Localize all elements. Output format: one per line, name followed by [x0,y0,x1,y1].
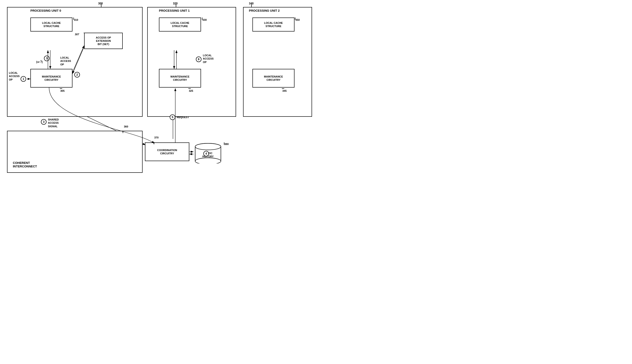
ref-345: 345 [282,89,286,92]
local-cache-0: LOCAL CACHESTRUCTURE [30,18,73,32]
shared-access-label: SHAREDACCESSSIGNAL [48,118,59,128]
maintenance-0: MAINTENANCECIRCUITRY [30,69,73,88]
ref-305: 305 [60,89,65,92]
local-cache-1: LOCAL CACHESTRUCTURE [159,18,201,32]
local-access-op-0: LOCALACCESSOP [9,71,20,81]
ref-325: 325 [189,89,193,92]
pu0-box [7,7,143,117]
ref-380: 380 [224,142,229,146]
maintenance-1: MAINTENANCECIRCUITRY [159,69,201,88]
local-cache-2: LOCAL CACHESTRUCTURE [252,18,294,32]
pu0-label: PROCESSING UNIT 0 [30,9,61,12]
ref-360: 360 [124,125,128,128]
coherent-label: COHERENTINTERCONNECT [13,161,37,168]
step-2-circle: 2 [74,72,80,78]
ref-370: 370 [154,136,158,139]
svg-point-15 [195,143,221,150]
local-access-op-1: LOCALACCESSOP [203,54,214,64]
step-4-circle: 4 [203,151,209,156]
ref-320: 320 [173,2,178,6]
local-access-op-label-0: LOCALACCESSOP [60,56,71,66]
svg-point-14 [195,158,221,164]
step-6-circle: 6 [196,56,201,62]
step-1-circle: 1 [21,76,26,82]
or7-label: [or 7] [36,60,43,64]
step-3-circle-bottom: 3 [41,119,47,125]
access-op-ext: ACCESS OPEXTENSIONBIT (SET) [84,33,123,49]
coordination-circuitry: COORDINATIONCIRCUITRY [145,142,189,161]
pu2-label: PROCESSING UNIT 2 [249,9,279,12]
pu1-label: PROCESSING UNIT 1 [159,9,190,12]
ref-300: 300 [98,2,103,6]
ref-330: 330 [202,18,207,22]
diagram: 300 320 340 PROCESSING UNIT 0 LOCAL CACH… [0,0,316,182]
ref-307: 307 [75,33,79,36]
maintenance-2: MAINTENANCECIRCUITRY [252,69,294,88]
ref-350: 350 [295,18,300,22]
ref-310: 310 [74,18,78,22]
step-3-circle-up: 3 [44,56,50,61]
request-label: REQUEST [177,116,189,119]
step-5-circle: 5 [170,114,175,120]
